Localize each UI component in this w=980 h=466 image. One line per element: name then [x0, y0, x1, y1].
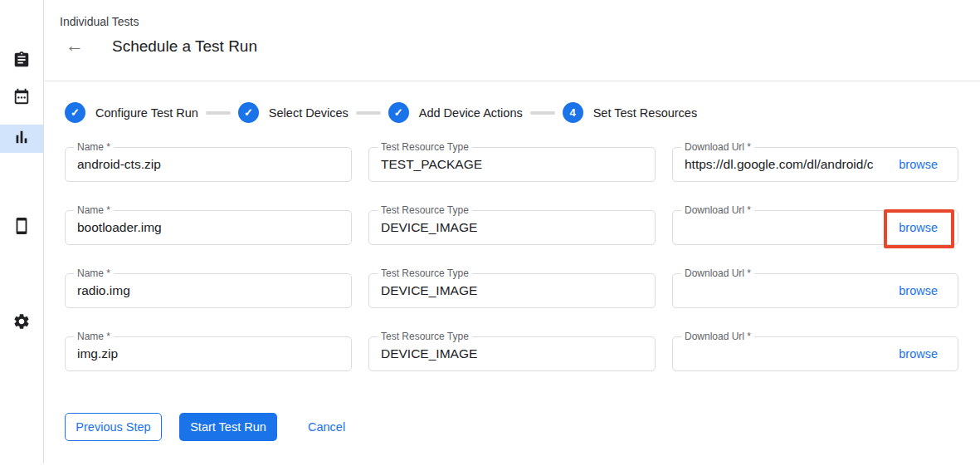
- step-label: Add Device Actions: [419, 106, 523, 120]
- sidebar-item-smartphone[interactable]: [0, 213, 43, 242]
- header-divider: [44, 81, 980, 81]
- type-value: TEST_PACKAGE: [369, 157, 655, 172]
- step-configure-test-run[interactable]: ✓ Configure Test Run: [65, 102, 198, 123]
- start-test-run-button[interactable]: Start Test Run: [179, 413, 277, 441]
- url-value: https://dl.google.com/dl/android/c: [673, 157, 899, 172]
- breadcrumb: Individual Tests: [60, 15, 139, 28]
- field-label: Test Resource Type: [378, 204, 472, 216]
- back-arrow-icon[interactable]: ←: [66, 37, 84, 55]
- field-label: Download Url *: [681, 267, 754, 279]
- test-resource-type-field[interactable]: Test Resource Type TEST_PACKAGE: [368, 147, 656, 182]
- field-label: Test Resource Type: [378, 141, 472, 153]
- field-label: Test Resource Type: [378, 331, 472, 342]
- cancel-button[interactable]: Cancel: [308, 413, 345, 441]
- browse-link[interactable]: browse: [899, 221, 958, 234]
- name-value: img.zip: [66, 346, 351, 361]
- smartphone-icon: [12, 217, 31, 238]
- download-url-field[interactable]: Download Url * browse: [672, 273, 958, 308]
- step-connector: [356, 111, 381, 115]
- field-label: Download Url *: [681, 331, 754, 342]
- step-check-icon: ✓: [65, 102, 85, 123]
- field-label: Test Resource Type: [378, 267, 472, 279]
- sidebar-item-settings[interactable]: [0, 309, 43, 337]
- app-container: Individual Tests ← Schedule a Test Run ✓…: [0, 0, 980, 466]
- step-label: Select Devices: [269, 106, 349, 120]
- stepper: ✓ Configure Test Run ✓ Select Devices ✓ …: [65, 102, 697, 123]
- browse-link[interactable]: browse: [899, 284, 958, 297]
- field-label: Download Url *: [681, 204, 754, 216]
- previous-step-button[interactable]: Previous Step: [65, 413, 162, 441]
- sidebar-item-bar-chart[interactable]: [0, 125, 43, 153]
- name-value: radio.img: [66, 283, 351, 298]
- step-connector: [530, 111, 555, 115]
- name-field[interactable]: Name * radio.img: [65, 273, 352, 308]
- name-value: bootloader.img: [66, 220, 351, 235]
- step-check-icon: ✓: [388, 102, 409, 123]
- step-number: 4: [563, 102, 583, 123]
- field-label: Download Url *: [681, 141, 754, 153]
- download-url-field[interactable]: Download Url * https://dl.google.com/dl/…: [672, 147, 958, 182]
- footer-actions: Previous Step Start Test Run Cancel: [65, 413, 345, 441]
- name-value: android-cts.zip: [66, 157, 351, 172]
- calendar-icon: [12, 87, 31, 109]
- step-check-icon: ✓: [238, 102, 259, 123]
- test-resource-type-field[interactable]: Test Resource Type DEVICE_IMAGE: [368, 273, 656, 308]
- bar-chart-icon: [12, 128, 31, 150]
- field-label: Name *: [74, 204, 114, 216]
- type-value: DEVICE_IMAGE: [369, 283, 655, 298]
- name-field[interactable]: Name * img.zip: [65, 336, 352, 371]
- step-connector: [206, 111, 231, 115]
- field-label: Name *: [74, 267, 114, 279]
- type-value: DEVICE_IMAGE: [369, 220, 655, 235]
- browse-link[interactable]: browse: [899, 347, 958, 361]
- type-value: DEVICE_IMAGE: [369, 346, 655, 361]
- test-resource-type-field[interactable]: Test Resource Type DEVICE_IMAGE: [368, 210, 656, 245]
- sidebar: [0, 0, 44, 464]
- download-url-field[interactable]: Download Url * browse: [672, 336, 958, 371]
- gear-icon: [12, 312, 31, 334]
- step-label: Configure Test Run: [95, 106, 198, 120]
- step-label: Set Test Resources: [593, 106, 697, 120]
- page-title: Schedule a Test Run: [112, 37, 257, 56]
- clipboard-icon: [12, 51, 31, 72]
- step-add-device-actions[interactable]: ✓ Add Device Actions: [388, 102, 523, 123]
- field-label: Name *: [74, 331, 114, 342]
- sidebar-item-calendar[interactable]: [0, 84, 43, 112]
- step-select-devices[interactable]: ✓ Select Devices: [238, 102, 349, 123]
- name-field[interactable]: Name * android-cts.zip: [65, 147, 352, 182]
- test-resource-type-field[interactable]: Test Resource Type DEVICE_IMAGE: [368, 336, 656, 371]
- test-resources-form: Name * android-cts.zip Test Resource Typ…: [65, 147, 958, 371]
- name-field[interactable]: Name * bootloader.img: [65, 210, 352, 245]
- main-content: Individual Tests ← Schedule a Test Run ✓…: [44, 0, 980, 466]
- browse-link[interactable]: browse: [899, 158, 958, 171]
- sidebar-item-clipboard[interactable]: [0, 47, 43, 76]
- field-label: Name *: [74, 141, 114, 153]
- download-url-field[interactable]: Download Url * browse: [672, 210, 958, 245]
- step-set-test-resources[interactable]: 4 Set Test Resources: [563, 102, 697, 123]
